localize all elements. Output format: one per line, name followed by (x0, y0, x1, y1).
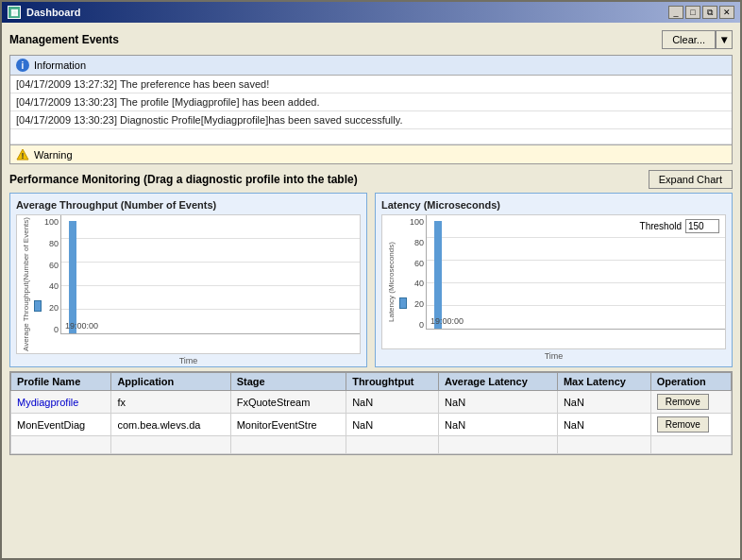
chart1-y-ticks: 100 80 60 40 20 0 (34, 215, 60, 334)
management-events-section: Management Events Clear... ▾ (9, 30, 733, 49)
clear-button[interactable]: Clear... (662, 30, 716, 49)
col-throughput: Throughtput (346, 373, 439, 391)
chart1-slider[interactable] (34, 300, 42, 312)
chart2-y-label: Latency (Microseconds) (382, 215, 399, 348)
event-row-2: [04/17/2009 13:30:23] The profile [Mydia… (10, 93, 732, 111)
chart2-x-title: Time (381, 351, 726, 361)
chart1-box: Average Throughput (Number of Events) Av… (9, 193, 367, 367)
row1-throughput: NaN (346, 391, 439, 414)
chart2-y-ticks: 100 80 60 40 20 0 (399, 215, 426, 330)
management-events-box: i Information [04/17/2009 13:27:32] The … (9, 55, 733, 164)
chart1-bar (69, 221, 76, 333)
row2-remove-button[interactable]: Remove (657, 416, 709, 433)
info-icon: i (16, 59, 29, 72)
perf-header: Performance Monitoring (Drag a diagnosti… (9, 170, 733, 189)
row3-operation (650, 436, 731, 454)
row3-stage (230, 436, 346, 454)
chart2-box: Latency (Microseconds) Latency (Microsec… (375, 193, 733, 367)
chart1-plot: 19:00:00 (60, 215, 360, 334)
row3-throughput (346, 436, 439, 454)
content-area: Management Events Clear... ▾ i Informati… (2, 23, 740, 558)
management-events-title: Management Events (9, 33, 119, 46)
restore-button[interactable]: □ (685, 6, 700, 19)
col-max-latency: Max Latency (557, 373, 650, 391)
chart1-inner: 100 80 60 40 20 0 (34, 215, 360, 353)
col-avg-latency: Average Latency (439, 373, 558, 391)
performance-section: Performance Monitoring (Drag a diagnosti… (9, 170, 733, 551)
row3-profile (11, 436, 111, 454)
col-stage: Stage (230, 373, 346, 391)
row1-remove-button[interactable]: Remove (657, 394, 709, 410)
threshold-label: Threshold (640, 221, 682, 231)
chart2-area: Latency (Microseconds) 100 80 60 40 20 0 (381, 214, 726, 349)
event-row-1: [04/17/2009 13:27:32] The preference has… (10, 76, 732, 93)
chart2-title: Latency (Microseconds) (381, 199, 726, 211)
row1-profile: Mydiagprofile (11, 391, 111, 414)
chart1-title: Average Throughput (Number of Events) (16, 199, 361, 211)
row1-profile-link[interactable]: Mydiagprofile (17, 397, 78, 408)
chart1-x-title: Time (16, 356, 361, 365)
perf-title: Performance Monitoring (Drag a diagnosti… (9, 173, 358, 186)
table-row (11, 436, 732, 454)
window-icon: ▦ (8, 6, 21, 19)
table-row: Mydiagprofile fx FxQuoteStream NaN NaN N… (11, 391, 732, 414)
row2-profile: MonEventDiag (11, 414, 111, 436)
row3-avg-latency (439, 436, 558, 454)
clear-dropdown-arrow[interactable]: ▾ (716, 30, 733, 49)
window-title: Dashboard (26, 7, 80, 18)
expand-chart-button[interactable]: Expand Chart (649, 170, 733, 189)
info-label: Information (34, 59, 86, 71)
chart2-bar (434, 221, 442, 329)
event-row-empty (10, 129, 732, 144)
chart1-y-label: Average Throughput(Number of Events) (17, 215, 34, 353)
row1-stage: FxQuoteStream (230, 391, 346, 414)
title-bar: ▦ Dashboard _ □ ⧉ ✕ (2, 2, 740, 23)
row1-operation: Remove (650, 391, 731, 414)
warning-label: Warning (34, 149, 73, 161)
row2-avg-latency: NaN (439, 414, 558, 436)
col-operation: Operation (650, 373, 731, 391)
chart2-inner: 100 80 60 40 20 0 (399, 215, 725, 348)
row3-max-latency (557, 436, 650, 454)
row1-avg-latency: NaN (439, 391, 558, 414)
warning-header: ! Warning (10, 144, 732, 163)
threshold-input[interactable] (685, 219, 719, 233)
row1-application: fx (111, 391, 230, 414)
charts-row: Average Throughput (Number of Events) Av… (9, 193, 733, 367)
row3-application (111, 436, 230, 454)
row2-max-latency: NaN (557, 414, 650, 436)
row2-throughput: NaN (346, 414, 439, 436)
event-row-3: [04/17/2009 13:30:23] Diagnostic Profile… (10, 111, 732, 129)
title-bar-left: ▦ Dashboard (8, 6, 80, 19)
row2-stage: MonitorEventStre (230, 414, 346, 436)
minimize-button[interactable]: _ (668, 6, 683, 19)
maximize-button[interactable]: ⧉ (702, 6, 717, 19)
warning-icon: ! (16, 148, 29, 161)
col-application: Application (111, 373, 230, 391)
clear-button-group: Clear... ▾ (662, 30, 733, 49)
chart2-x-time: 19:00:00 (430, 316, 464, 326)
row2-application: com.bea.wlevs.da (111, 414, 230, 436)
profile-table: Profile Name Application Stage Throughtp… (10, 372, 732, 454)
main-window: ▦ Dashboard _ □ ⧉ ✕ Management Events Cl… (0, 0, 742, 560)
table-row: MonEventDiag com.bea.wlevs.da MonitorEve… (11, 414, 732, 436)
management-events-header: Management Events Clear... ▾ (9, 30, 733, 49)
chart1-x-time: 19:00:00 (65, 321, 98, 331)
profile-table-section: Profile Name Application Stage Throughtp… (9, 371, 733, 455)
chart1-area: Average Throughput(Number of Events) 100… (16, 214, 361, 354)
info-header: i Information (10, 56, 732, 76)
close-button[interactable]: ✕ (719, 6, 734, 19)
row1-max-latency: NaN (557, 391, 650, 414)
chart2-slider[interactable] (399, 297, 407, 309)
svg-text:!: ! (22, 151, 25, 161)
title-bar-buttons: _ □ ⧉ ✕ (668, 6, 734, 19)
threshold-box: Threshold (640, 219, 719, 233)
row2-operation: Remove (650, 414, 731, 436)
col-profile-name: Profile Name (11, 373, 111, 391)
table-header-row: Profile Name Application Stage Throughtp… (11, 373, 732, 391)
